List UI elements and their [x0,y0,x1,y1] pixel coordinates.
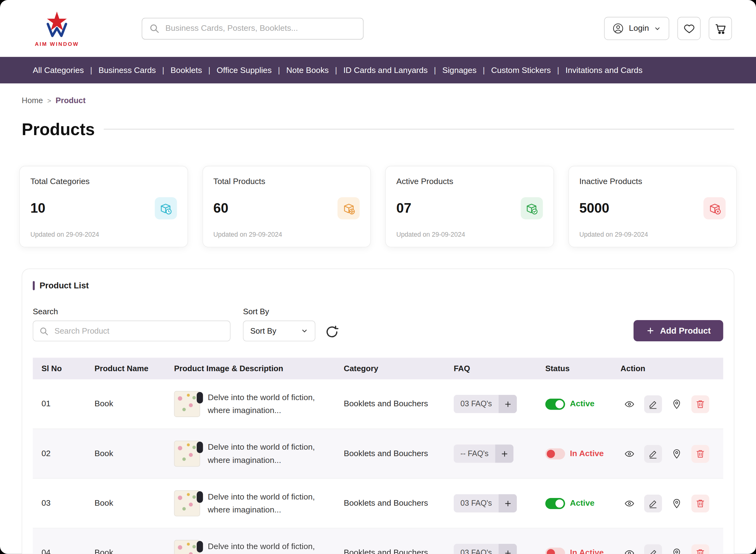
location-button[interactable] [668,445,686,462]
status-toggle[interactable] [545,448,565,459]
add-product-button[interactable]: Add Product [634,320,723,341]
search-group: Search [33,307,230,341]
cell-actions [612,494,723,512]
nav-booklets[interactable]: Booklets [170,65,202,75]
panel-header: Product List [33,281,723,291]
stat-updated: Updated on 29-09-2024 [31,231,177,238]
nav-invitations-and-cards[interactable]: Invitations and Cards [565,65,642,75]
col-sl-no: Sl No [33,364,86,373]
pencil-icon [648,548,658,554]
view-button[interactable] [620,544,638,554]
table-header-row: Sl No Product Name Product Image & Descr… [33,357,723,379]
trash-icon [695,399,705,409]
wishlist-button[interactable] [678,17,701,40]
panel-title: Product List [39,281,89,291]
nav-business-cards[interactable]: Business Cards [99,65,156,75]
edit-button[interactable] [644,395,662,413]
product-list-panel: Product List Search Sort By Sort By [21,268,734,554]
trash-icon [695,448,705,458]
eye-icon [624,548,634,554]
stats-cards: Total Categories 10 Updated on 29-09-202… [19,166,737,247]
nav-office-supplies[interactable]: Office Supplies [217,65,272,75]
cart-button[interactable] [709,17,732,40]
status-text: Active [570,499,594,508]
stat-label: Total Products [213,177,360,186]
stat-label: Total Categories [31,177,177,186]
cell-sl-no: 02 [33,449,86,458]
list-controls: Search Sort By Sort By Add Product [33,307,723,341]
cell-category: Booklets and Bouchers [335,499,445,508]
status-text: In Active [570,449,604,458]
logo[interactable]: AIM WINDOW [30,10,84,47]
view-button[interactable] [620,395,638,413]
title-row: Products [21,119,734,139]
breadcrumb: Home > Product [21,96,756,105]
view-button[interactable] [620,494,638,512]
top-header: AIM WINDOW Login [0,0,756,57]
stat-card-active-products: Active Products 07 Updated on 29-09-2024 [385,166,553,247]
cell-faq: 03 FAQ's [445,494,537,512]
breadcrumb-home[interactable]: Home [21,96,43,105]
login-label: Login [629,24,649,33]
edit-button[interactable] [644,544,662,554]
nav-note-books[interactable]: Note Books [286,65,329,75]
nav-custom-stickers[interactable]: Custom Stickers [491,65,551,75]
faq-count-badge: 03 FAQ's [454,544,499,554]
cell-status: Active [537,399,612,410]
stat-updated: Updated on 29-09-2024 [396,231,543,238]
product-search-input[interactable] [54,326,224,336]
add-faq-button[interactable] [499,494,517,512]
col-image-description: Product Image & Description [165,364,335,373]
nav-signages[interactable]: Signages [442,65,477,75]
login-button[interactable]: Login [604,17,669,40]
add-faq-button[interactable] [499,544,517,554]
delete-button[interactable] [691,494,709,512]
nav-id-cards-and-lanyards[interactable]: ID Cards and Lanyards [343,65,428,75]
col-faq: FAQ [445,364,537,373]
edit-button[interactable] [644,445,662,462]
delete-button[interactable] [691,544,709,554]
chevron-down-icon [301,328,308,335]
cell-sl-no: 04 [33,548,86,554]
edit-button[interactable] [644,494,662,512]
location-button[interactable] [668,494,686,512]
location-button[interactable] [668,544,686,554]
global-search-input[interactable] [164,23,356,34]
table-row: 01 Book Delve into the world of fiction,… [33,380,723,429]
add-product-label: Add Product [660,326,710,336]
trash-icon [695,498,705,508]
product-description: Delve into the world of fiction, where i… [208,391,331,417]
title-divider [103,129,734,129]
status-toggle[interactable] [545,548,565,554]
refresh-button[interactable] [325,325,339,339]
package-check-icon [521,197,543,219]
nav-all-categories[interactable]: All Categories [33,65,84,75]
status-toggle[interactable] [545,498,565,509]
sort-by-select[interactable]: Sort By [243,321,315,341]
global-search [142,17,364,39]
map-pin-icon [672,399,682,409]
delete-button[interactable] [691,445,709,462]
stat-card-inactive-products: Inactive Products 5000 Updated on 29-09-… [568,166,737,247]
status-toggle[interactable] [545,399,565,410]
nav-separator: | [483,65,485,75]
app-window: AIM WINDOW Login All Categories | Busine… [0,0,756,554]
cell-sl-no: 01 [33,399,86,409]
plus-icon [646,326,655,335]
location-button[interactable] [668,395,686,413]
stat-value: 10 [31,201,46,216]
delete-button[interactable] [691,395,709,413]
star-logo-icon [39,10,75,40]
refresh-icon [325,325,339,339]
stat-value: 07 [396,201,412,216]
main-nav: All Categories | Business Cards | Bookle… [0,57,756,84]
map-pin-icon [672,548,682,554]
col-status: Status [537,364,612,373]
nav-separator: | [434,65,436,75]
add-faq-button[interactable] [495,444,514,463]
stat-card-total-products: Total Products 60 Updated on 29-09-2024 [202,166,371,247]
search-icon [39,326,49,336]
view-button[interactable] [620,445,638,462]
toggle-knob [547,549,555,554]
add-faq-button[interactable] [499,395,517,413]
